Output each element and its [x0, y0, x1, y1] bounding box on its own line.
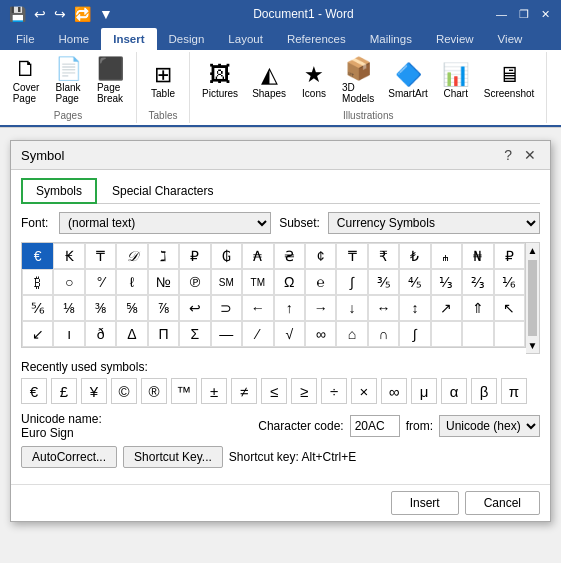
sym-numero[interactable]: № — [148, 269, 179, 295]
sym-empty2 — [462, 321, 493, 347]
sym-1-8[interactable]: ⅛ — [53, 295, 84, 321]
dialog-close-button[interactable]: ✕ — [520, 147, 540, 163]
recent-sym-notequal[interactable]: ≠ — [231, 378, 257, 404]
dialog-titlebar: Symbol ? ✕ — [11, 141, 550, 170]
recent-sym-mu[interactable]: μ — [411, 378, 437, 404]
sym-7-8[interactable]: ⅞ — [148, 295, 179, 321]
sym-arrow-updown[interactable]: ⇑ — [462, 295, 493, 321]
sym-pi[interactable]: Π — [148, 321, 179, 347]
sym-eth[interactable]: ð — [85, 321, 116, 347]
sym-fraction[interactable]: ∕ — [242, 321, 273, 347]
recent-sym-alpha[interactable]: α — [441, 378, 467, 404]
sym-indian-rupee[interactable]: ₹ — [368, 243, 399, 269]
sym-bitcoin[interactable]: ₿ — [22, 269, 53, 295]
recent-sym-euro[interactable]: € — [21, 378, 47, 404]
sym-5-8[interactable]: ⅝ — [116, 295, 147, 321]
sym-1-3[interactable]: ⅓ — [431, 269, 462, 295]
sym-3-8[interactable]: ⅜ — [85, 295, 116, 321]
recent-sym-leq[interactable]: ≤ — [261, 378, 287, 404]
sym-integral2[interactable]: ∫ — [399, 321, 430, 347]
sym-sqrt[interactable]: √ — [274, 321, 305, 347]
sym-naira[interactable]: ₦ — [462, 243, 493, 269]
sym-circle[interactable]: ○ — [53, 269, 84, 295]
sym-estimated[interactable]: ℮ — [305, 269, 336, 295]
recent-sym-pound[interactable]: £ — [51, 378, 77, 404]
sym-manat[interactable]: ₼ — [431, 243, 462, 269]
dialog-overlay: Symbol ? ✕ Symbols Special Characters Fo… — [0, 0, 561, 563]
recent-sym-geq[interactable]: ≥ — [291, 378, 317, 404]
sym-austral[interactable]: ₳ — [242, 243, 273, 269]
sym-dotless-i[interactable]: ı — [53, 321, 84, 347]
sym-omega[interactable]: Ω — [274, 269, 305, 295]
shortcut-key-button[interactable]: Shortcut Key... — [123, 446, 223, 468]
recent-sym-trademark[interactable]: ™ — [171, 378, 197, 404]
sym-arrow-sw[interactable]: ↙ — [22, 321, 53, 347]
sym-cup[interactable]: ⊃ — [211, 295, 242, 321]
sym-sound[interactable]: ℗ — [179, 269, 210, 295]
recent-sym-plusminus[interactable]: ± — [201, 378, 227, 404]
from-select[interactable]: Unicode (hex) — [439, 415, 540, 437]
sym-arrow-right[interactable]: → — [305, 295, 336, 321]
scroll-up-button[interactable]: ▲ — [526, 243, 539, 258]
scroll-down-button[interactable]: ▼ — [526, 338, 539, 353]
sym-minus[interactable]: — — [211, 321, 242, 347]
autocorrect-button[interactable]: AutoCorrect... — [21, 446, 117, 468]
sym-ruble2[interactable]: ₽ — [494, 243, 525, 269]
sym-rupee[interactable]: ₸ — [336, 243, 367, 269]
sym-gimel[interactable]: ℷ — [148, 243, 179, 269]
sym-arrow-nw[interactable]: ↖ — [494, 295, 525, 321]
cancel-button[interactable]: Cancel — [465, 491, 540, 515]
sym-delta[interactable]: Δ — [116, 321, 147, 347]
sym-arrow-ne[interactable]: ↗ — [431, 295, 462, 321]
tab-symbols[interactable]: Symbols — [21, 178, 97, 204]
sym-guarani[interactable]: ₲ — [211, 243, 242, 269]
sym-arrow-lr[interactable]: ↔ — [368, 295, 399, 321]
sym-kip[interactable]: ₭ — [53, 243, 84, 269]
dialog-tabs: Symbols Special Characters — [21, 178, 540, 204]
sym-house[interactable]: ⌂ — [336, 321, 367, 347]
recent-sym-registered[interactable]: ® — [141, 378, 167, 404]
sym-2-3[interactable]: ⅔ — [462, 269, 493, 295]
sym-arrow-up[interactable]: ↑ — [274, 295, 305, 321]
sym-ruble[interactable]: ₽ — [179, 243, 210, 269]
sym-tenge[interactable]: ₸ — [85, 243, 116, 269]
recent-sym-yen[interactable]: ¥ — [81, 378, 107, 404]
recent-sym-times[interactable]: × — [351, 378, 377, 404]
sym-sigma[interactable]: Σ — [179, 321, 210, 347]
sym-intersect[interactable]: ∩ — [368, 321, 399, 347]
sym-arrow-left[interactable]: ← — [242, 295, 273, 321]
scroll-thumb[interactable] — [528, 260, 537, 336]
dialog-help-button[interactable]: ? — [500, 147, 516, 163]
subset-select[interactable]: Currency Symbols — [328, 212, 540, 234]
recent-sym-beta[interactable]: β — [471, 378, 497, 404]
recent-sym-infinity[interactable]: ∞ — [381, 378, 407, 404]
font-select[interactable]: (normal text) — [59, 212, 271, 234]
sym-4-5[interactable]: ⅘ — [399, 269, 430, 295]
sym-trademark[interactable]: TM — [242, 269, 273, 295]
sym-degree[interactable]: °⁄ — [85, 269, 116, 295]
sym-lscript[interactable]: ℓ — [116, 269, 147, 295]
recent-sym-copyright[interactable]: © — [111, 378, 137, 404]
sym-arrow-ud[interactable]: ↕ — [399, 295, 430, 321]
sym-3-5[interactable]: ⅗ — [368, 269, 399, 295]
sym-cent[interactable]: ¢ — [305, 243, 336, 269]
sym-5-6[interactable]: ⅚ — [22, 295, 53, 321]
sym-euro[interactable]: € — [22, 243, 53, 269]
recent-symbols-row: € £ ¥ © ® ™ ± ≠ ≤ ≥ ÷ × ∞ μ α β π — [21, 378, 540, 404]
sym-script-d[interactable]: 𝒟 — [116, 243, 147, 269]
sym-integral[interactable]: ∫ — [336, 269, 367, 295]
dialog-footer: Insert Cancel — [11, 484, 550, 521]
symbol-scrollbar[interactable]: ▲ ▼ — [526, 242, 540, 354]
sym-infinity[interactable]: ∞ — [305, 321, 336, 347]
sym-service[interactable]: SM — [211, 269, 242, 295]
sym-lira[interactable]: ₺ — [399, 243, 430, 269]
recent-sym-divide[interactable]: ÷ — [321, 378, 347, 404]
recent-sym-pi[interactable]: π — [501, 378, 527, 404]
sym-reversed-c[interactable]: ↩ — [179, 295, 210, 321]
sym-hryvnia[interactable]: ₴ — [274, 243, 305, 269]
insert-button[interactable]: Insert — [391, 491, 459, 515]
tab-special-characters[interactable]: Special Characters — [97, 178, 228, 204]
sym-arrow-down[interactable]: ↓ — [336, 295, 367, 321]
character-code-input[interactable] — [350, 415, 400, 437]
sym-1-6[interactable]: ⅙ — [494, 269, 525, 295]
